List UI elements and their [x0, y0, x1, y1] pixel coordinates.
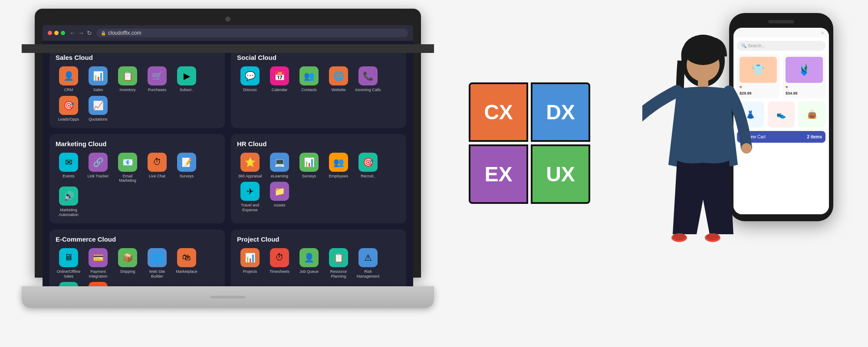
app-label: Marketing Automation: [56, 208, 82, 217]
url-bar[interactable]: 🔒 cloudoffix.com: [96, 29, 408, 37]
maximize-btn[interactable]: [61, 31, 65, 35]
app-item-live-chat[interactable]: ⏱Live Chat: [144, 153, 170, 183]
cx-cell-dx: DX: [531, 82, 590, 142]
app-label: Link Tracker: [87, 174, 108, 179]
app-label: Surveys: [302, 174, 316, 179]
app-item-web-site-builder[interactable]: 🌐Web Site Builder: [144, 248, 170, 279]
app-item-job-queue[interactable]: 👤Job Queue: [296, 248, 322, 279]
app-icon: 📦: [118, 248, 137, 267]
app-item-travel-and-expense[interactable]: ✈Travel and Expense: [237, 182, 263, 213]
cx-cell-ex: EX: [469, 144, 528, 204]
app-item-recruit--[interactable]: 🎯Recruit..: [355, 153, 381, 179]
app-item-surveys[interactable]: 📊Surveys: [296, 153, 322, 179]
app-icon: 💳: [89, 248, 108, 267]
hr-cloud-section: HR Cloud ⭐360 Appraisal💻eLearning📊Survey…: [231, 134, 406, 223]
app-item-leads-opps[interactable]: 🎯Leads/Opps: [56, 96, 82, 122]
app-item-discuss[interactable]: 💬Discuss: [237, 66, 263, 92]
sales-cloud-section: Sales Cloud 👤CRM📊Sales📋Inventory🛒Purchas…: [49, 48, 225, 128]
app-label: Online/Offline Sales: [56, 269, 82, 279]
app-icon: 🖥: [59, 248, 78, 267]
app-icon: 📝: [177, 153, 196, 172]
app-item-online-offline-sales[interactable]: 🖥Online/Offline Sales: [56, 248, 82, 279]
browser-content: Sales Cloud 👤CRM📊Sales📋Inventory🛒Purchas…: [43, 41, 413, 286]
app-item-elearning[interactable]: 💻eLearning: [266, 153, 293, 179]
app-icon: 📋: [118, 66, 137, 85]
app-label: Shipping: [120, 269, 135, 274]
app-item-marketplace[interactable]: 🛍Marketplace: [174, 248, 200, 279]
app-item-events[interactable]: ✉Events: [56, 153, 82, 183]
app-icon: 📈: [89, 96, 108, 115]
app-label: Web Site Builder: [144, 269, 170, 279]
app-label: Events: [62, 174, 75, 179]
app-item-subscr--[interactable]: ▶Subscr..: [174, 66, 200, 92]
product-price-shorts: $34.99: [786, 91, 823, 95]
heart-icon-2[interactable]: ♥: [786, 85, 788, 89]
phone-notch: [768, 20, 794, 23]
cx-cell-ux: UX: [531, 144, 590, 204]
app-item-crm[interactable]: 👤CRM: [56, 66, 82, 92]
laptop-mockup: ← → ↻ 🔒 cloudoffix.com Sales Cloud 👤CRM📊…: [22, 9, 434, 321]
browser-toolbar: ← → ↻ 🔒 cloudoffix.com: [43, 25, 413, 41]
app-label: Calendar: [272, 88, 288, 92]
app-label: Projects: [243, 269, 257, 274]
product-card-4[interactable]: 👟: [768, 101, 795, 128]
app-item-risk-management[interactable]: ⚠Risk Management: [355, 248, 381, 279]
forward-button[interactable]: →: [78, 29, 84, 36]
app-item-purchases[interactable]: 🛒Purchases: [144, 66, 170, 92]
app-icon: 📄: [89, 282, 108, 286]
app-icon: 🌐: [148, 248, 167, 267]
app-label: Assets: [273, 203, 285, 208]
app-icon: 📅: [270, 66, 289, 85]
app-item-incoming-calls[interactable]: 📞Incoming Calls: [355, 66, 381, 92]
minimize-btn[interactable]: [54, 31, 59, 35]
close-btn[interactable]: [48, 31, 52, 35]
app-icon: 👥: [329, 153, 348, 172]
app-item-price-lists[interactable]: 📄Price Lists: [85, 282, 111, 286]
app-item-email-marketing[interactable]: 📧Email Marketing: [115, 153, 141, 183]
app-label: 360 Appraisal: [238, 174, 262, 179]
app-label: Payment Integration: [85, 269, 111, 279]
cx-cell-cx: CX: [469, 82, 528, 142]
app-icon: 📊: [240, 248, 260, 267]
hr-cloud-grid: ⭐360 Appraisal💻eLearning📊Surveys👥Employe…: [237, 153, 400, 213]
social-cloud-section: Social Cloud 💬Discuss📅Calendar👥Contacts🌐…: [231, 48, 406, 128]
app-item-employees[interactable]: 👥Employees: [326, 153, 352, 179]
app-item-resource-planning[interactable]: 📋Resource Planning: [326, 248, 352, 279]
app-icon: 🔊: [59, 187, 78, 206]
app-item-products[interactable]: ⚙Products: [56, 282, 82, 286]
app-label: Inventory: [119, 88, 135, 92]
app-item-link-tracker[interactable]: 🔗Link Tracker: [85, 153, 111, 183]
app-item-quotations[interactable]: 📈Quotations: [85, 96, 111, 122]
app-item-payment-integration[interactable]: 💳Payment Integration: [85, 248, 111, 279]
app-item-projects[interactable]: 📊Projects: [237, 248, 263, 279]
app-item-calendar[interactable]: 📅Calendar: [266, 66, 293, 92]
app-icon: 👤: [59, 66, 78, 85]
laptop-hinge: [22, 44, 434, 53]
app-item-website[interactable]: 🌐Website: [326, 66, 352, 92]
ecommerce-cloud-grid: 🖥Online/Offline Sales💳Payment Integratio…: [56, 248, 219, 286]
app-label: Live Chat: [149, 174, 165, 179]
back-button[interactable]: ←: [69, 29, 76, 36]
product-card-shorts[interactable]: 🩱 ♥ $34.99: [783, 54, 825, 98]
app-item-sales[interactable]: 📊Sales: [85, 66, 111, 92]
app-icon: 📧: [118, 153, 137, 172]
app-item-inventory[interactable]: 📋Inventory: [115, 66, 141, 92]
app-icon: 🌐: [329, 66, 348, 85]
app-item-contacts[interactable]: 👥Contacts: [296, 66, 322, 92]
cart-count: 2 items: [807, 134, 822, 139]
app-item-surveys[interactable]: 📝Surveys: [174, 153, 200, 183]
app-item-360-appraisal[interactable]: ⭐360 Appraisal: [237, 153, 263, 179]
url-text: cloudoffix.com: [108, 30, 141, 36]
ecommerce-cloud-section: E-Commerce Cloud 🖥Online/Offline Sales💳P…: [49, 229, 225, 286]
app-item-shipping[interactable]: 📦Shipping: [115, 248, 141, 279]
webcam: [225, 16, 230, 22]
app-label: Email Marketing: [115, 174, 141, 183]
app-item-marketing-automation[interactable]: 🔊Marketing Automation: [56, 187, 82, 217]
marketing-cloud-section: Marketing Cloud ✉Events🔗Link Tracker📧Ema…: [49, 134, 225, 223]
refresh-button[interactable]: ↻: [87, 29, 92, 36]
app-label: Subscr..: [180, 88, 194, 92]
app-item-assets[interactable]: 📁Assets: [266, 182, 293, 213]
product-card-5[interactable]: 👜: [798, 101, 825, 128]
app-item-timesheets[interactable]: ⏱Timesheets: [266, 248, 293, 279]
app-icon: ⏱: [148, 153, 167, 172]
